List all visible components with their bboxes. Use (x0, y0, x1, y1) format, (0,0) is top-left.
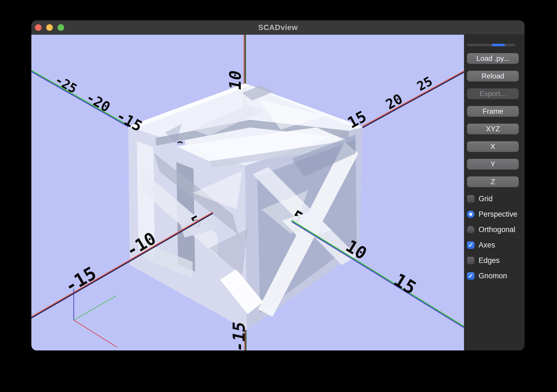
checkbox-grid[interactable]: Grid (467, 195, 525, 203)
radio-icon (467, 226, 474, 233)
axis-tick-label: -15 (230, 320, 249, 350)
app-window: SCADview (31, 20, 525, 350)
slider-handle[interactable] (492, 44, 505, 46)
toggle-label: Axes (479, 241, 495, 249)
xyz-button[interactable]: XYZ (467, 124, 519, 134)
radio-icon (467, 211, 474, 218)
zoom-button[interactable] (58, 24, 64, 31)
checkbox-icon (467, 257, 474, 264)
checkbox-edges[interactable]: Edges (467, 257, 525, 264)
load-py-button[interactable]: Load .py... (467, 53, 519, 64)
z-button[interactable]: Z (467, 176, 519, 187)
detail-slider[interactable] (467, 44, 515, 46)
export-button[interactable]: Export... (467, 88, 519, 99)
titlebar: SCADview (31, 20, 525, 35)
toggle-label: Grid (479, 195, 493, 203)
radio-orthogonal[interactable]: Orthogonal (467, 226, 525, 233)
toggle-label: Gnomon (479, 272, 507, 280)
y-button[interactable]: Y (467, 159, 519, 170)
axis-tick-label: 10 (226, 69, 245, 92)
checkbox-axes[interactable]: Axes (467, 241, 525, 249)
radio-perspective[interactable]: Perspective (467, 210, 525, 218)
frame-button[interactable]: Frame (467, 106, 519, 117)
checkbox-gnomon[interactable]: Gnomon (467, 272, 525, 280)
x-button[interactable]: X (467, 141, 519, 152)
3d-viewport[interactable]: -5 5 (31, 35, 464, 350)
window-title: SCADview (258, 23, 298, 32)
checkbox-icon (467, 195, 474, 203)
checkbox-icon (467, 272, 474, 280)
reload-button[interactable]: Reload (467, 71, 519, 81)
checkbox-icon (467, 241, 474, 249)
close-button[interactable] (35, 24, 42, 31)
sidebar: Load .py... Reload Export... Frame XYZ X… (464, 35, 525, 350)
toggle-label: Perspective (479, 210, 517, 219)
traffic-lights (35, 24, 64, 31)
toggle-label: Orthogonal (479, 225, 515, 234)
minimize-button[interactable] (46, 24, 53, 31)
view-options: Grid Perspective Orthogonal Axes Edges (467, 195, 525, 280)
toggle-label: Edges (479, 256, 500, 265)
